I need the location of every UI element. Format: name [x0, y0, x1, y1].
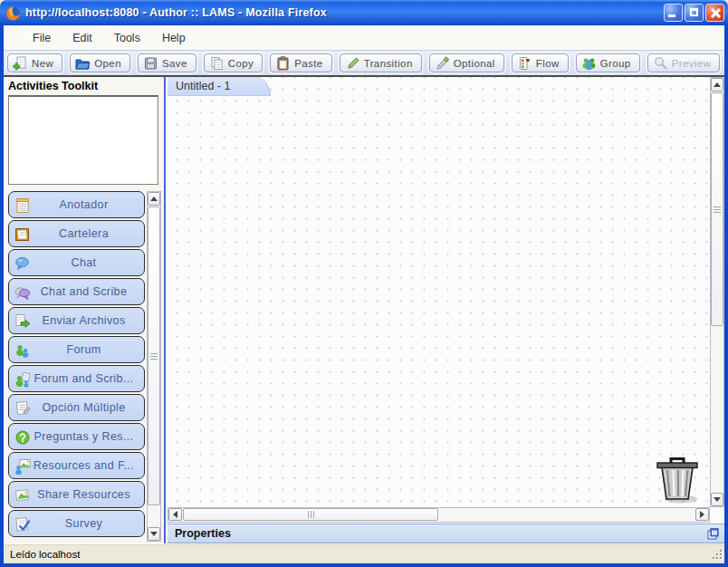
- open-button[interactable]: Open: [70, 53, 130, 72]
- arrow-up-icon: [150, 197, 158, 201]
- design-tab[interactable]: Untitled - 1: [168, 77, 271, 96]
- forum-scribe-icon: [14, 371, 31, 388]
- transition-pencil-icon: [345, 56, 360, 71]
- transition-button-label: Transition: [364, 58, 413, 69]
- open-button-label: Open: [94, 58, 121, 69]
- arrow-down-icon: [714, 497, 721, 502]
- activity-anotador[interactable]: Anotador: [8, 191, 145, 218]
- preview-magnifier-icon: [653, 56, 668, 71]
- copy-button-label: Copy: [228, 58, 254, 69]
- group-button-label: Group: [600, 58, 631, 69]
- activities-scroll-thumb[interactable]: [148, 207, 160, 505]
- minimize-button[interactable]: [664, 4, 683, 22]
- status-bar: Leído localhost: [4, 543, 724, 563]
- copy-pages-icon: [209, 56, 225, 71]
- new-button-label: New: [32, 58, 53, 69]
- save-button-label: Save: [162, 58, 187, 69]
- properties-bar[interactable]: Properties: [168, 524, 724, 543]
- resources-forum-icon: [14, 458, 31, 475]
- trash-icon[interactable]: [654, 454, 701, 505]
- activity-chat-and-scribe[interactable]: Chat and Scribe: [8, 278, 145, 305]
- design-canvas[interactable]: [168, 77, 710, 507]
- canvas-horizontal-scrollbar: [168, 507, 710, 523]
- noticeboard-icon: [14, 226, 31, 243]
- save-button[interactable]: Save: [138, 53, 196, 72]
- chat-scribe-icon: [14, 284, 31, 301]
- maximize-icon: [690, 8, 698, 16]
- group-people-icon: [581, 56, 597, 71]
- activity-chat[interactable]: Chat: [8, 249, 145, 276]
- arrow-down-icon: [150, 532, 158, 536]
- menu-file[interactable]: File: [22, 29, 62, 47]
- arrow-left-icon: [173, 511, 177, 518]
- chat-bubble-icon: [14, 255, 31, 272]
- author-toolbar: New Open Save Copy: [4, 50, 724, 77]
- multiple-choice-icon: [14, 400, 31, 417]
- title-bar: http://localhost:8080 - Author :: LAMS -…: [0, 0, 728, 25]
- maximize-button[interactable]: [685, 4, 704, 22]
- activity-resources-and-forum[interactable]: Resources and F...: [8, 452, 145, 479]
- copy-button[interactable]: Copy: [204, 53, 263, 72]
- canvas-vscroll-thumb[interactable]: [711, 92, 723, 326]
- authoring-canvas-panel: Untitled - 1: [166, 77, 724, 543]
- popout-icon[interactable]: [707, 528, 719, 540]
- survey-icon: [14, 516, 31, 533]
- transition-button[interactable]: Transition: [340, 53, 422, 72]
- status-text: Leído localhost: [4, 549, 711, 560]
- question-answer-icon: [14, 429, 31, 446]
- minimize-icon: [668, 14, 675, 17]
- window-title: http://localhost:8080 - Author :: LAMS -…: [25, 6, 662, 19]
- flow-button[interactable]: Flow: [512, 53, 569, 72]
- activity-survey[interactable]: Survey: [8, 510, 145, 537]
- menu-bar: File Edit Tools Help: [4, 25, 724, 50]
- submit-files-icon: [14, 313, 31, 330]
- design-tab-label: Untitled - 1: [176, 80, 230, 92]
- thumb-grip-icon: [714, 207, 721, 213]
- activity-forum[interactable]: Forum: [8, 336, 145, 363]
- canvas-hscroll-thumb[interactable]: [183, 508, 438, 521]
- close-button[interactable]: [705, 4, 724, 22]
- properties-label: Properties: [168, 527, 707, 540]
- save-floppy-icon: [143, 56, 158, 71]
- close-icon: [706, 5, 723, 21]
- canvas-scroll-up-button[interactable]: [711, 78, 723, 91]
- arrow-up-icon: [714, 82, 721, 87]
- activity-forum-and-scribe[interactable]: Forum and Scrib...: [8, 365, 145, 392]
- activity-enviar-archivos[interactable]: Enviar Archivos: [8, 307, 145, 334]
- canvas-scroll-down-button[interactable]: [711, 493, 723, 506]
- activity-share-resources[interactable]: Share Resources: [8, 481, 145, 508]
- menu-edit[interactable]: Edit: [62, 29, 103, 47]
- preview-button[interactable]: Preview: [647, 53, 721, 72]
- thumb-grip-icon: [150, 353, 158, 360]
- paste-button[interactable]: Paste: [270, 53, 331, 72]
- group-button[interactable]: Group: [576, 53, 640, 72]
- activities-scroll-up-button[interactable]: [148, 192, 160, 206]
- share-resources-icon: [14, 487, 31, 504]
- activities-list: Anotador Cartelera C: [8, 191, 145, 542]
- activities-toolkit-title: Activities Toolkit: [4, 77, 164, 94]
- canvas-scroll-left-button[interactable]: [168, 508, 182, 521]
- menu-tools[interactable]: Tools: [103, 29, 151, 47]
- window-body: File Edit Tools Help New Open: [0, 25, 728, 567]
- activities-toolkit-panel: Activities Toolkit Anotador: [4, 77, 166, 543]
- preview-button-label: Preview: [672, 58, 712, 69]
- activities-scrollbar: [147, 191, 161, 542]
- activity-opcion-multiple[interactable]: Opción Múltiple: [8, 394, 145, 421]
- resize-grip[interactable]: [711, 548, 723, 560]
- thumb-grip-icon: [308, 511, 314, 518]
- activity-preguntas-y-respuestas[interactable]: Preguntas y Res...: [8, 423, 145, 450]
- firefox-icon: [5, 5, 21, 21]
- canvas-scroll-right-button[interactable]: [695, 508, 709, 521]
- paste-clipboard-icon: [275, 56, 291, 71]
- paste-button-label: Paste: [294, 58, 322, 69]
- activities-scroll-down-button[interactable]: [148, 527, 160, 541]
- flow-icon: [517, 56, 532, 71]
- optional-button[interactable]: Optional: [429, 53, 504, 72]
- optional-pen-icon: [435, 56, 450, 71]
- arrow-right-icon: [700, 511, 704, 518]
- new-document-icon: [13, 56, 28, 71]
- activity-cartelera[interactable]: Cartelera: [8, 220, 145, 247]
- new-button[interactable]: New: [7, 53, 62, 72]
- menu-help[interactable]: Help: [151, 29, 196, 47]
- notebook-icon: [14, 197, 31, 214]
